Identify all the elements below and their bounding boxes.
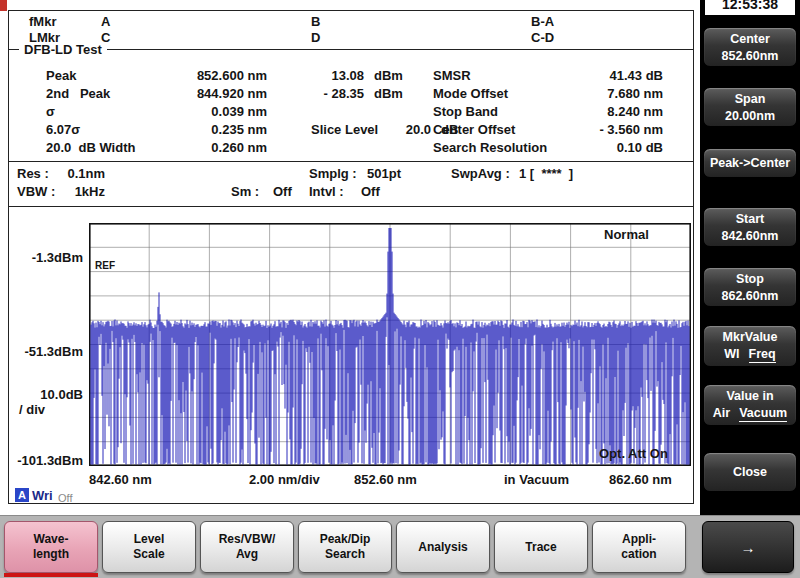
close-softkey[interactable]: Close bbox=[703, 452, 797, 492]
chart-section-divider bbox=[9, 206, 693, 207]
center-softkey[interactable]: Center 852.60nm bbox=[703, 27, 797, 67]
fkey-res-vbw-avg-line1: Res/VBW/ bbox=[219, 532, 276, 547]
peak-to-center-softkey[interactable]: Peak->Center bbox=[703, 148, 797, 178]
res-value: 0.1nm bbox=[47, 167, 105, 181]
trace-write-mode: Wri bbox=[32, 489, 53, 503]
active-fkey-indicator bbox=[4, 573, 98, 577]
fkey-trace[interactable]: Trace bbox=[494, 521, 588, 573]
fkey-trace-line1: Trace bbox=[525, 540, 556, 555]
y-axis-perdiv-label-2: / div bbox=[19, 403, 45, 417]
res-label: Res : bbox=[17, 167, 49, 181]
stop-softkey[interactable]: Stop 862.60nm bbox=[703, 267, 797, 307]
sigma-value: 0.039 nm bbox=[149, 105, 267, 119]
clock-text: 12:53:38 bbox=[705, 0, 795, 12]
center-offset-value: - 3.560 nm bbox=[541, 123, 663, 137]
main-display-panel: fMkr A B B-A LMkr C D C-D DFB-LD Test Pe… bbox=[8, 10, 694, 504]
function-key-strip: Wave- length Level Scale Res/VBW/ Avg Pe… bbox=[0, 515, 800, 578]
search-resolution-value: 0.10 dB bbox=[541, 141, 663, 155]
fkey-more-arrow[interactable]: → bbox=[702, 521, 794, 573]
sm-value: Off bbox=[273, 185, 292, 199]
peak2-level-unit: dBm bbox=[374, 87, 403, 101]
settings-section-divider bbox=[9, 161, 693, 162]
y-axis-perdiv-label-1: 10.0dB bbox=[9, 388, 83, 402]
fkey-level-scale-line2: Scale bbox=[133, 547, 164, 562]
ref-level-label: REF bbox=[95, 259, 115, 273]
sweep-mode-label: Normal bbox=[604, 228, 684, 242]
start-softkey[interactable]: Start 842.60nm bbox=[703, 207, 797, 247]
mkr-value-option-freq: Freq bbox=[749, 347, 776, 363]
fkey-res-vbw-avg-line2: Avg bbox=[236, 547, 258, 562]
fkey-analysis-line1: Analysis bbox=[418, 540, 467, 555]
spectrum-trace bbox=[91, 228, 689, 465]
marker-a-label: A bbox=[101, 15, 110, 29]
spectrum-plot bbox=[89, 223, 691, 466]
fkey-wavelength[interactable]: Wave- length bbox=[4, 521, 98, 573]
trace-state: Off bbox=[58, 491, 72, 505]
x-axis-start-label: 842.60 nm bbox=[89, 473, 152, 487]
smplg-value: 501pt bbox=[367, 167, 401, 181]
fmkr-label: fMkr bbox=[29, 15, 56, 29]
value-in-softkey[interactable]: Value in Air Vacuum bbox=[703, 384, 797, 426]
trace-a-badge: A bbox=[15, 488, 29, 502]
peak-to-center-title: Peak->Center bbox=[710, 156, 790, 170]
sigma6-value: 0.235 nm bbox=[149, 123, 267, 137]
stop-band-value: 8.240 nm bbox=[541, 105, 663, 119]
mkr-value-title: MkrValue bbox=[723, 330, 778, 344]
y-axis-bottom-label: -101.3dBm bbox=[9, 454, 83, 468]
mode-offset-label: Mode Offset bbox=[433, 87, 508, 101]
marker-ba-label: B-A bbox=[531, 15, 554, 29]
vbw-value: 1kHz bbox=[47, 185, 105, 199]
fkey-peak-dip-search-line2: Search bbox=[325, 547, 365, 562]
fkey-analysis[interactable]: Analysis bbox=[396, 521, 490, 573]
fkey-res-vbw-avg[interactable]: Res/VBW/ Avg bbox=[200, 521, 294, 573]
sigma-label: σ bbox=[46, 105, 55, 119]
smplg-label: Smplg : bbox=[309, 167, 357, 181]
span-softkey[interactable]: Span 20.00nm bbox=[703, 87, 797, 127]
center-softkey-title: Center bbox=[730, 32, 770, 46]
close-softkey-title: Close bbox=[733, 465, 767, 479]
fkey-level-scale-line1: Level bbox=[134, 532, 165, 547]
start-softkey-title: Start bbox=[736, 212, 764, 226]
value-in-option-air: Air bbox=[713, 406, 730, 422]
fkey-level-scale[interactable]: Level Scale bbox=[102, 521, 196, 573]
smsr-label: SMSR bbox=[433, 69, 471, 83]
width20-value: 0.260 nm bbox=[149, 141, 267, 155]
screen-corner-marker bbox=[0, 0, 7, 11]
analysis-section-divider: DFB-LD Test bbox=[9, 49, 693, 50]
swpavg-label: SwpAvg : bbox=[451, 167, 510, 181]
fkey-application[interactable]: Appli- cation bbox=[592, 521, 686, 573]
span-softkey-value: 20.00nm bbox=[725, 109, 775, 123]
stop-band-label: Stop Band bbox=[433, 105, 498, 119]
mkr-value-option-wl: Wl bbox=[724, 347, 739, 363]
fkey-peak-dip-search[interactable]: Peak/Dip Search bbox=[298, 521, 392, 573]
mode-offset-value: 7.680 nm bbox=[541, 87, 663, 101]
value-in-option-vacuum: Vacuum bbox=[739, 406, 787, 422]
analysis-title: DFB-LD Test bbox=[19, 42, 107, 57]
y-axis-mid-label: -51.3dBm bbox=[9, 345, 83, 359]
fkey-wavelength-line1: Wave- bbox=[34, 532, 69, 547]
center-offset-label: Center Offset bbox=[433, 123, 515, 137]
smsr-value: 41.43 dB bbox=[541, 69, 663, 83]
marker-b-label: B bbox=[311, 15, 320, 29]
fkey-wavelength-line2: length bbox=[33, 547, 69, 562]
peak-level-unit: dBm bbox=[374, 69, 403, 83]
intvl-value: Off bbox=[361, 185, 380, 199]
x-axis-perdiv-label: 2.00 nm/div bbox=[249, 473, 320, 487]
center-softkey-value: 852.60nm bbox=[722, 49, 779, 63]
slice-level-label: Slice Level bbox=[311, 123, 378, 137]
x-axis-medium-label: in Vacuum bbox=[504, 473, 569, 487]
stop-softkey-title: Stop bbox=[736, 272, 764, 286]
peak-wavelength: 852.600 nm bbox=[149, 69, 267, 83]
search-resolution-label: Search Resolution bbox=[433, 141, 547, 155]
peak-level: 13.08 bbox=[304, 69, 364, 83]
marker-cd-label: C-D bbox=[531, 31, 554, 45]
peak-label: Peak bbox=[46, 69, 76, 83]
mkr-value-softkey[interactable]: MkrValue Wl Freq bbox=[703, 325, 797, 367]
start-softkey-value: 842.60nm bbox=[722, 229, 779, 243]
fkey-application-line1: Appli- bbox=[622, 532, 656, 547]
swpavg-value: 1 [ **** ] bbox=[519, 167, 573, 181]
fkey-application-line2: cation bbox=[621, 547, 656, 562]
y-axis-top-label: -1.3dBm bbox=[9, 251, 83, 265]
value-in-title: Value in bbox=[726, 389, 773, 403]
peak2-label: 2nd Peak bbox=[46, 87, 110, 101]
